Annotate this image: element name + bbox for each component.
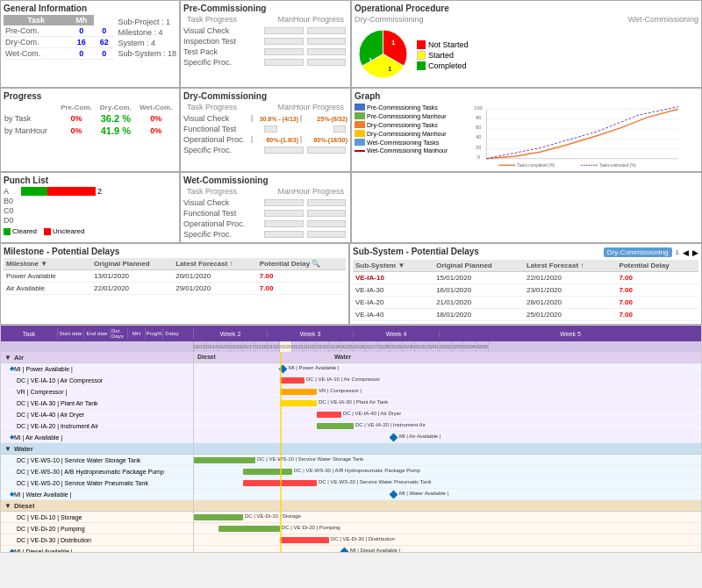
wet-bar-task-3: [264, 220, 304, 227]
punch-bar-a: 2: [21, 187, 102, 196]
gantt-group-diesel: ▼ Diesel: [1, 500, 193, 512]
pre-comm-title: Pre-Commissioning: [183, 4, 347, 13]
gantt-row-water-avail: ◆ MI | Water Available |: [1, 489, 193, 500]
gantt-row-ws30: DC | VE-WS-30 | A/B Hydropneumatic Packa…: [1, 466, 193, 477]
gantt-day-0124: 01/24: [329, 341, 341, 352]
milestone-panel: Milestone - Potential Delays Milestone ▼…: [0, 243, 349, 325]
gantt-day-0125: 01/25: [341, 341, 354, 352]
gantt-row-inst-air: DC | VE-IA-20 | Instrument Air: [1, 420, 193, 432]
diesel-avail-label: MI | Diesel Available |: [14, 549, 73, 554]
pc-row-4: Specific Proc.: [183, 57, 347, 68]
milestone-title: Milestone - Potential Delays: [4, 247, 346, 256]
gantt-day-extra: [489, 341, 701, 352]
prog-row1-wet: 0%: [135, 112, 176, 125]
ws30-bar: [243, 469, 292, 475]
punch-row-c0: C0: [4, 206, 176, 215]
plant-air-bar-label: DC | VE-IA-30 | Plant Air Tank: [319, 399, 388, 405]
ss-filter-icon[interactable]: ▼: [398, 262, 405, 269]
graph-legend-1: Pre-Commissioning Tasks: [355, 103, 455, 111]
vr-comp-bar: [280, 389, 317, 395]
svg-text:Tasks estimated (%): Tasks estimated (%): [599, 163, 637, 168]
power-avail-bar-label: MI | Power Available |: [289, 365, 339, 370]
subsystem-dropdown[interactable]: Dry-Commissioning: [604, 247, 672, 257]
gi-milestone: Milestone : 4: [118, 27, 176, 38]
gantt-day-0120: 01/20: [280, 341, 292, 352]
pre-comm-panel: Pre-Commissioning Task Progress ManHour …: [180, 0, 351, 88]
pre-comm-task-label: Task Progress: [187, 15, 237, 24]
svg-text:1: 1: [388, 65, 392, 73]
inst-air-bar: [317, 423, 354, 429]
ms-filter-icon[interactable]: ▼: [40, 260, 47, 268]
gi-row2-label: Dry-Com.: [4, 37, 68, 48]
svg-text:1: 1: [369, 56, 373, 64]
subsystem-table: Sub-System ▼ Original Planned Latest For…: [353, 260, 698, 321]
graph-content: Pre-Commissioning Tasks Pre-Commissionin…: [355, 103, 698, 169]
vr-comp-bar-label: VR | Compressor |: [319, 388, 362, 393]
ws20-label: DC | VE-WS-20 | Service Water Pneumatic …: [17, 480, 148, 486]
graph-legend-2-label: Pre-Commissioning Manhour: [367, 113, 447, 119]
air-avail-diamond-chart: [390, 434, 398, 442]
ms-row2-milestone: Air Available: [4, 283, 91, 295]
ms-search-icon[interactable]: 🔍: [312, 260, 320, 268]
pre-comm-rows: Visual Check Inspection Test Test Pack S…: [183, 25, 347, 68]
graph-legend-3-label: Dry-Commissioning Tasks: [367, 122, 438, 128]
prog-row1-pre: 0%: [57, 112, 97, 125]
prog-row2-dry: 41.9 %: [96, 125, 135, 137]
op-sub-titles: Dry-Commissioning Wet-Commissioning: [355, 15, 698, 24]
gantt-day-0115: 01/15: [218, 341, 231, 352]
di20-label: DC | VE-Di-20 | Pumping: [17, 526, 85, 532]
water-avail-diamond-chart: [390, 491, 398, 499]
ss-row4-latest: 25/01/2020: [524, 309, 616, 321]
air-dryer-bar: [317, 412, 341, 418]
gi-row3-task: 0: [68, 48, 94, 60]
graph-legend-5-label: Wet-Commissioning Tasks: [367, 140, 439, 146]
ms-th-2: Original Planned: [91, 258, 173, 270]
diesel-expand-icon[interactable]: ▼: [4, 502, 11, 510]
gantt-day-0204: 02/04: [464, 341, 476, 352]
punch-red-a: [47, 187, 96, 196]
subsystem-nav-next[interactable]: ▶: [692, 248, 698, 257]
ms-sort-icon[interactable]: ↑: [230, 260, 233, 268]
power-avail-label: MI | Power Available |: [14, 366, 73, 372]
dry-comm-task-label: Task Progress: [187, 103, 237, 111]
gantt-group-water: ▼ Water: [1, 443, 193, 455]
svg-text:20: 20: [476, 145, 481, 150]
ms-row2-latest: 29/01/2020: [173, 283, 257, 295]
ws10-bar-label: DC | VE-WS-10 | Service Water Storage Ta…: [257, 456, 363, 462]
wet-task-label: Task Progress: [187, 187, 237, 196]
wet-bar-mh-1: [307, 199, 347, 206]
ws30-label: DC | VE-WS-30 | A/B Hydropneumatic Packa…: [17, 469, 164, 475]
dc-label-1: Visual Check: [183, 114, 249, 123]
wet-comm-rows: Visual Check Functional Test Operational…: [183, 197, 347, 240]
punch-rows: A 2 B0 C0 D0: [4, 187, 176, 225]
air-expand-icon[interactable]: ▼: [4, 354, 11, 362]
pre-comm-subtitle: Task Progress ManHour Progress: [183, 15, 347, 24]
air-avail-bar-label: MI | Air Available |: [399, 434, 441, 439]
progress-title: Progress: [4, 91, 176, 101]
gantt-col-task: Task: [1, 328, 58, 339]
third-row-panels: Punch List A 2 B0 C0: [0, 172, 702, 243]
pc-label-4: Specific Proc.: [183, 58, 262, 67]
chart-di20: DC | VE-Di-20 | Pumping: [194, 523, 701, 534]
ms-row-1: Power Available 13/01/2020 20/01/2020 7.…: [4, 270, 346, 283]
pc-bar-mh-1: [307, 27, 347, 34]
ss-row1-delay: 7.00: [616, 272, 698, 284]
wet-label-1: Visual Check: [183, 198, 262, 207]
gantt-day-0128: 01/28: [378, 341, 390, 352]
water-expand-icon[interactable]: ▼: [4, 445, 11, 453]
gi-subproject: Sub-Project : 1: [118, 17, 176, 27]
gantt-week5: Week 5: [440, 331, 701, 337]
general-info-panel: General Information TaskMh Pre-Com.00 Dr…: [0, 0, 180, 88]
ss-th-1: Sub-System ▼: [353, 260, 433, 272]
pc-row-3: Test Pack: [183, 47, 347, 57]
ss-sort-icon[interactable]: ↑: [580, 262, 584, 269]
wet-label-4: Specific Proc.: [183, 230, 262, 239]
progress-panel: Progress Pre-Com. Dry-Com. Wet-Com. by T…: [0, 88, 180, 172]
dc-bar-mh-2: [333, 125, 347, 133]
gantt-task-list: ▼ Air ◆ MI | Power Available | DC | VE-I…: [1, 352, 194, 553]
gi-row1-label: Pre-Com.: [4, 25, 68, 37]
pc-bar-task-3: [264, 48, 304, 55]
subsystem-nav-prev[interactable]: ◀: [683, 248, 689, 257]
diesel-avail-bar-label: MI | Diesel Available |: [350, 548, 400, 553]
dc-bar-mh-1: [300, 115, 302, 122]
